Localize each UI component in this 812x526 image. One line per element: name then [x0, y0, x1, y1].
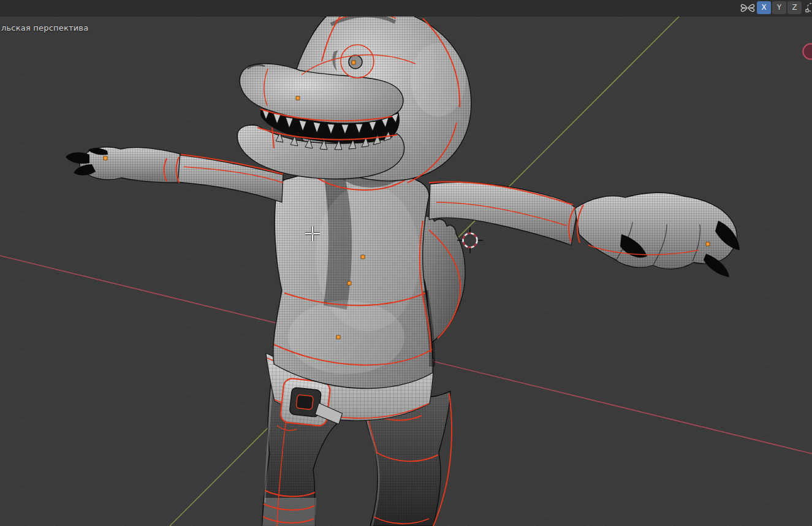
right-arm: [429, 182, 740, 277]
axis-x-toggle[interactable]: X: [757, 1, 771, 14]
axis-z-toggle[interactable]: Z: [787, 1, 802, 14]
axis-y-toggle[interactable]: Y: [772, 1, 786, 14]
character-mesh[interactable]: [66, 5, 740, 526]
viewport-header: X Y Z: [0, 0, 812, 17]
head: [237, 5, 471, 188]
claw: [66, 153, 89, 164]
proportional-editing-icon[interactable]: [803, 1, 812, 14]
viewport-perspective-label: льская перспектива: [1, 23, 88, 32]
nav-gizmo-x-axis-ball[interactable]: [803, 44, 812, 59]
mirror-icon[interactable]: [740, 1, 756, 14]
viewport-canvas[interactable]: [0, 0, 812, 526]
blender-3d-viewport[interactable]: X Y Z льская перспектива: [0, 0, 812, 526]
